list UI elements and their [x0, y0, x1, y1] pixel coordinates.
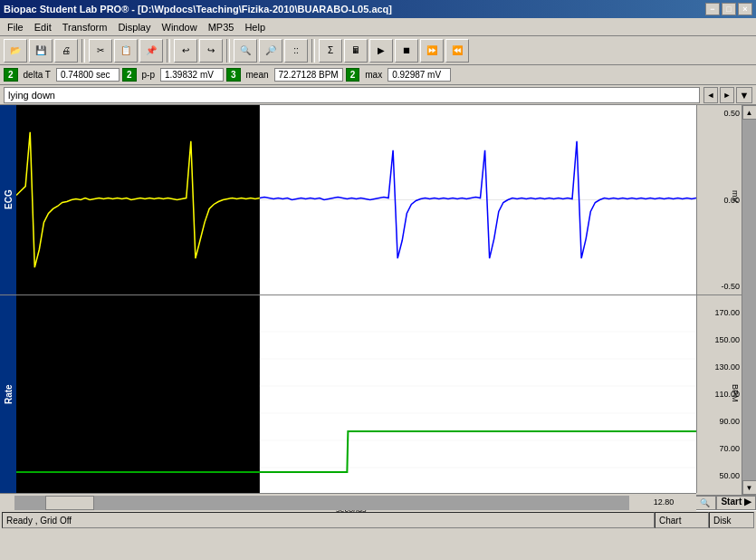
menu-display[interactable]: Display — [112, 20, 156, 34]
pp-label: p-p — [139, 69, 158, 81]
ecg-channel-label: ECG — [0, 105, 16, 294]
pp-value: 1.39832 mV — [160, 68, 224, 82]
ecg-chart-area — [16, 105, 696, 294]
ecg-y-top: 0.50 — [699, 109, 740, 118]
rate-chart-area — [16, 295, 696, 493]
title-text: Biopac Student Lab PRO® - [D:\Wpdocs\Tea… — [4, 4, 392, 14]
ecg-channel: ECG 0.50 — [0, 105, 742, 295]
ch4-label: 2 — [346, 68, 360, 82]
toolbar-btn-1[interactable]: 📂 — [4, 39, 27, 63]
toolbar-btn-grid[interactable]: :: — [284, 39, 308, 63]
scroll-down-btn[interactable]: ▼ — [742, 480, 757, 495]
ecg-y-bot: -0.50 — [699, 282, 740, 291]
menu-help[interactable]: Help — [239, 20, 271, 34]
rate-yaxis: 170.00 150.00 130.00 110.00 90.00 70.00 … — [696, 295, 742, 493]
ch2-label: 2 — [122, 68, 137, 82]
window-controls: − □ × — [705, 3, 752, 15]
max-label: max — [362, 69, 385, 81]
toolbar-btn-stop[interactable]: ⏹ — [395, 39, 418, 63]
delta-t-value: 0.74800 sec — [56, 68, 120, 82]
toolbar-btn-5[interactable]: 📋 — [114, 39, 138, 63]
status-disk: Disk — [709, 512, 754, 528]
title-bar: Biopac Student Lab PRO® - [D:\Wpdocs\Tea… — [0, 0, 756, 18]
rate-y-5: 90.00 — [699, 417, 740, 426]
hscroll-thumb[interactable] — [45, 496, 94, 510]
main-chart-area: ECG 0.50 — [0, 105, 756, 495]
toolbar-btn-8[interactable]: ↪ — [199, 39, 223, 63]
right-scrollbar: ▲ ▼ — [742, 105, 756, 495]
rate-channel: Rate — [0, 295, 742, 493]
ch1-label: 2 — [4, 68, 18, 82]
svg-rect-4 — [260, 295, 696, 493]
toolbar-btn-play[interactable]: ▶ — [369, 39, 393, 63]
mean-label: mean — [244, 69, 272, 81]
toolbar-sep-4 — [311, 39, 315, 63]
max-value: 0.92987 mV — [388, 68, 451, 82]
menu-mp35[interactable]: MP35 — [203, 20, 240, 34]
scroll-up-btn[interactable]: ▲ — [742, 105, 757, 120]
ch3-label: 3 — [226, 68, 241, 82]
menu-bar: File Edit Transform Display Window MP35 … — [0, 18, 756, 36]
xaxis-label-6: 12.80 — [654, 497, 675, 507]
ecg-yaxis: 0.50 0.00 -0.50 mV — [696, 105, 742, 294]
nav-prev[interactable]: ◄ — [703, 87, 718, 103]
close-button[interactable]: × — [738, 3, 752, 15]
toolbar-btn-sum[interactable]: Σ — [319, 39, 342, 63]
toolbar-sep-1 — [81, 39, 85, 63]
menu-edit[interactable]: Edit — [29, 20, 57, 34]
rate-waveform — [16, 295, 696, 493]
nav-next[interactable]: ► — [720, 87, 734, 103]
minimize-button[interactable]: − — [705, 3, 720, 15]
toolbar-btn-4[interactable]: ✂ — [89, 39, 112, 63]
toolbar-sep-3 — [226, 39, 230, 63]
menu-file[interactable]: File — [2, 20, 29, 34]
ecg-unit: mV — [731, 190, 740, 203]
menu-window[interactable]: Window — [157, 20, 203, 34]
dropdown-btn[interactable]: ▼ — [736, 87, 752, 103]
maximize-button[interactable]: □ — [722, 3, 736, 15]
rate-y-3: 130.00 — [699, 362, 740, 372]
toolbar-btn-calc[interactable]: 🖩 — [344, 39, 368, 63]
hscroll-track[interactable] — [14, 496, 629, 510]
toolbar-btn-zoom-out[interactable]: 🔎 — [259, 39, 282, 63]
measurement-bar: 2 delta T 0.74800 sec 2 p-p 1.39832 mV 3… — [0, 65, 756, 85]
status-bar: Ready , Grid Off Chart Disk — [0, 509, 756, 529]
toolbar-sep-2 — [167, 39, 170, 63]
toolbar-btn-2[interactable]: 💾 — [29, 39, 53, 63]
rate-y-6: 70.00 — [699, 444, 740, 453]
status-ready: Ready , Grid Off — [2, 512, 655, 528]
scroll-track[interactable] — [742, 120, 757, 480]
status-disk-text: Disk — [713, 516, 731, 526]
status-chart-text: Chart — [659, 516, 681, 526]
rate-unit: BPM — [731, 384, 740, 402]
toolbar-btn-fwd[interactable]: ⏩ — [420, 39, 444, 63]
delta-t-label: delta T — [21, 69, 53, 81]
toolbar-btn-6[interactable]: 📌 — [139, 39, 163, 63]
zoom-tool-btn[interactable]: 🔍 — [693, 496, 716, 510]
nav-buttons: ◄ ► ▼ — [703, 87, 752, 103]
rate-channel-label: Rate — [0, 295, 16, 493]
rate-y-1: 170.00 — [699, 308, 740, 317]
channel-label-input[interactable] — [4, 87, 700, 103]
chart-container: ECG 0.50 — [0, 105, 742, 495]
channel-label-bar: ◄ ► ▼ — [0, 85, 756, 105]
toolbar-btn-3[interactable]: 🖨 — [54, 39, 78, 63]
menu-transform[interactable]: Transform — [57, 20, 113, 34]
mean-value: 72.27128 BPM — [274, 68, 343, 82]
toolbar-btn-7[interactable]: ↩ — [174, 39, 197, 63]
rate-y-7: 50.00 — [699, 471, 740, 480]
toolbar-btn-rew[interactable]: ⏪ — [445, 39, 469, 63]
toolbar: 📂 💾 🖨 ✂ 📋 📌 ↩ ↪ 🔍 🔎 :: Σ 🖩 ▶ ⏹ ⏩ ⏪ — [0, 36, 756, 65]
status-ready-text: Ready , Grid Off — [6, 516, 72, 526]
status-chart: Chart — [655, 512, 709, 528]
rate-y-2: 150.00 — [699, 335, 740, 344]
ecg-waveform — [16, 105, 696, 294]
svg-rect-3 — [16, 295, 260, 493]
start-button[interactable]: Start ▶ — [716, 496, 756, 510]
toolbar-btn-zoom-in[interactable]: 🔍 — [234, 39, 257, 63]
